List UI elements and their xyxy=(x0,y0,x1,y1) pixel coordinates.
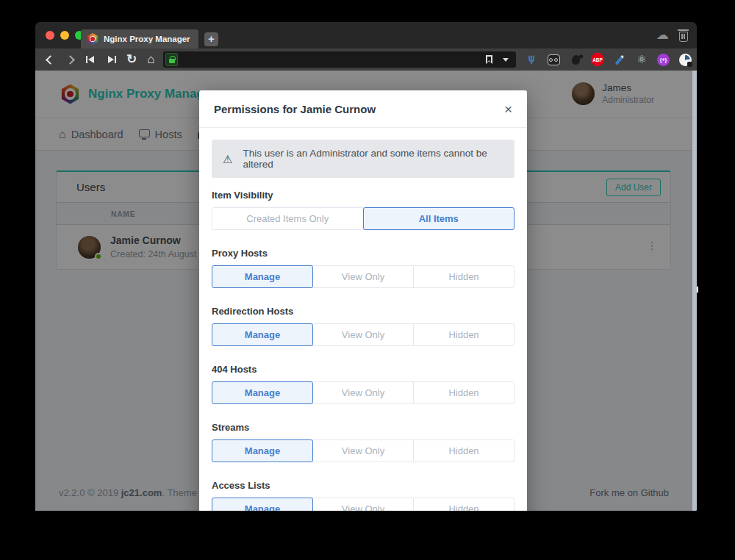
proxy-hosts-manage-button[interactable]: Manage xyxy=(212,265,313,288)
session-lock-extension-icon[interactable] xyxy=(678,53,692,66)
fork-extension-icon[interactable]: ⋔ xyxy=(525,53,538,66)
close-window-button[interactable] xyxy=(46,31,54,40)
fast-forward-button[interactable] xyxy=(107,56,116,63)
404-hosts-view-only-button[interactable]: View Only xyxy=(312,381,414,404)
access-lists-hidden-button[interactable]: Hidden xyxy=(413,498,514,511)
404-hosts-group: Manage View Only Hidden xyxy=(212,381,514,404)
404-hosts-manage-button[interactable]: Manage xyxy=(212,381,313,404)
access-lists-group: Manage View Only Hidden xyxy=(212,498,514,511)
trash-icon[interactable] xyxy=(679,32,688,42)
item-visibility-label: Item Visibility xyxy=(212,190,514,201)
sync-cloud-icon[interactable]: ☁ xyxy=(656,28,669,43)
admin-warning-alert: ⚠ This user is an Administrator and some… xyxy=(212,140,514,178)
access-lists-view-only-button[interactable]: View Only xyxy=(312,498,414,511)
page-scrollbar[interactable] xyxy=(692,71,697,511)
address-bar[interactable] xyxy=(163,51,516,68)
redirection-hosts-view-only-button[interactable]: View Only xyxy=(312,323,414,346)
streams-manage-button[interactable]: Manage xyxy=(212,439,313,462)
favicon-icon xyxy=(87,33,98,45)
page-viewport: Nginx Proxy Manager James Administrator … xyxy=(35,71,697,511)
browser-titlebar: Nginx Proxy Manager + ☁ xyxy=(35,22,697,49)
extensions-bar: ⋔ ABP ⚛ {+} xyxy=(525,49,692,71)
react-devtools-extension-icon[interactable]: ⚛ xyxy=(635,53,648,66)
redirection-hosts-hidden-button[interactable]: Hidden xyxy=(413,323,514,346)
item-visibility-group: Created Items Only All Items xyxy=(212,207,514,230)
access-lists-label: Access Lists xyxy=(212,480,514,491)
browser-toolbar: ↻ ⌂ ⋔ ABP ⚛ {+} xyxy=(35,49,697,71)
streams-hidden-button[interactable]: Hidden xyxy=(413,439,514,462)
reload-button[interactable]: ↻ xyxy=(126,54,137,65)
home-button[interactable]: ⌂ xyxy=(147,54,154,65)
access-lists-manage-button[interactable]: Manage xyxy=(212,498,313,511)
color-picker-extension-icon[interactable] xyxy=(613,53,626,66)
desktop: Nginx Proxy Manager + ☁ ↻ ⌂ ⋔ xyxy=(0,0,735,560)
redirection-hosts-group: Manage View Only Hidden xyxy=(212,323,514,346)
permissions-modal: Permissions for Jamie Curnow × ⚠ This us… xyxy=(199,90,527,511)
new-tab-button[interactable]: + xyxy=(204,32,218,46)
streams-view-only-button[interactable]: View Only xyxy=(312,439,414,462)
proxy-hosts-hidden-button[interactable]: Hidden xyxy=(413,265,514,288)
window-controls xyxy=(46,31,84,40)
visibility-all-items-button[interactable]: All Items xyxy=(363,207,515,230)
mask-extension-icon[interactable] xyxy=(547,53,560,66)
redirection-hosts-label: Redirection Hosts xyxy=(212,306,514,317)
address-dropdown-icon[interactable] xyxy=(503,58,509,62)
adblock-plus-extension-icon[interactable]: ABP xyxy=(591,53,604,66)
minimize-window-button[interactable] xyxy=(60,31,69,40)
proxy-hosts-group: Manage View Only Hidden xyxy=(212,265,514,288)
browser-tab[interactable]: Nginx Proxy Manager xyxy=(81,29,198,49)
404-hosts-label: 404 Hosts xyxy=(212,364,514,375)
gnome-foot-extension-icon[interactable] xyxy=(569,53,582,66)
purple-extension-icon[interactable]: {+} xyxy=(657,54,670,66)
alert-text: This user is an Administrator and some i… xyxy=(243,148,503,170)
bookmark-icon[interactable] xyxy=(486,55,492,64)
modal-close-button[interactable]: × xyxy=(503,101,514,118)
ssl-lock-icon[interactable] xyxy=(165,53,178,66)
browser-window: Nginx Proxy Manager + ☁ ↻ ⌂ ⋔ xyxy=(35,22,697,511)
back-button[interactable] xyxy=(46,55,55,65)
proxy-hosts-view-only-button[interactable]: View Only xyxy=(312,265,414,288)
rewind-button[interactable] xyxy=(86,56,95,63)
forward-button[interactable] xyxy=(65,55,75,65)
visibility-created-items-only-button[interactable]: Created Items Only xyxy=(212,207,364,230)
streams-label: Streams xyxy=(212,422,514,433)
tab-title: Nginx Proxy Manager xyxy=(104,35,190,43)
warning-triangle-icon: ⚠ xyxy=(223,154,232,165)
proxy-hosts-label: Proxy Hosts xyxy=(212,248,514,259)
modal-title: Permissions for Jamie Curnow xyxy=(214,103,376,115)
404-hosts-hidden-button[interactable]: Hidden xyxy=(413,381,514,404)
redirection-hosts-manage-button[interactable]: Manage xyxy=(212,323,313,346)
streams-group: Manage View Only Hidden xyxy=(212,439,514,462)
